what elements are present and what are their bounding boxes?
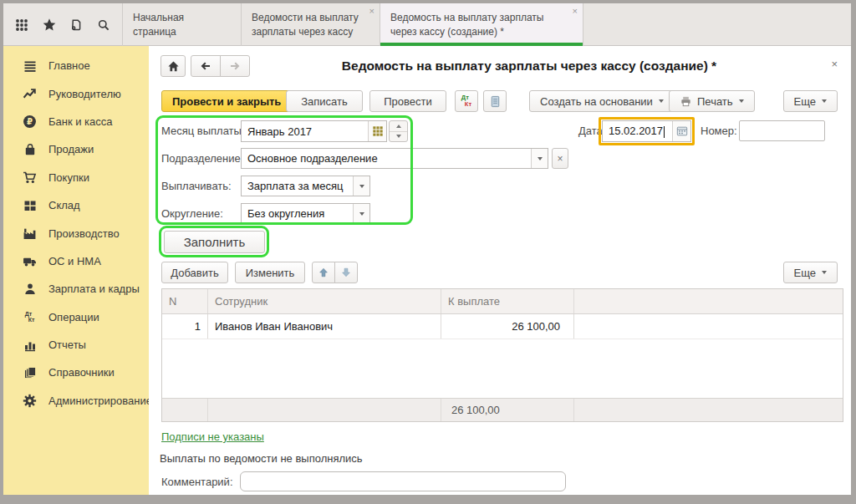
forward-arrow-icon: [228, 59, 242, 73]
number-input[interactable]: [739, 120, 825, 141]
cell-employee: Иванов Иван Иванович: [208, 314, 441, 339]
rounding-dropdown-button[interactable]: [353, 204, 369, 223]
document-form: Ведомость на выплату зарплаты через касс…: [149, 46, 851, 495]
sidebar-item-directories[interactable]: Справочники: [3, 359, 149, 386]
tab-close-icon[interactable]: ×: [369, 7, 374, 16]
stepper-down-icon[interactable]: [390, 132, 407, 142]
books-icon: [23, 365, 37, 379]
calendar-icon: [676, 125, 688, 137]
add-row-button[interactable]: Добавить: [161, 262, 228, 283]
department-clear-button[interactable]: ×: [552, 148, 568, 169]
chevron-down-icon: [659, 99, 664, 103]
text-cursor: [664, 126, 665, 138]
employees-table: N Сотрудник К выплате 1 Иванов Иван Иван…: [161, 288, 843, 422]
forward-button[interactable]: [220, 55, 250, 77]
table-header-row: N Сотрудник К выплате: [162, 289, 843, 314]
table-total-row: 26 100,00: [162, 398, 843, 421]
edit-row-button[interactable]: Изменить: [235, 262, 305, 283]
sidebar-item-operations[interactable]: ДтКт Операции: [3, 303, 149, 331]
col-header-amount[interactable]: К выплате: [441, 289, 574, 313]
month-field[interactable]: Январь 2017: [241, 120, 387, 142]
chevron-down-icon: [822, 271, 827, 274]
tab-close-icon[interactable]: ×: [573, 7, 578, 16]
sidebar-item-production[interactable]: Производство: [3, 219, 149, 247]
save-button[interactable]: Записать: [286, 90, 363, 112]
form-close-icon[interactable]: ×: [831, 58, 838, 70]
post-button[interactable]: Провести: [369, 90, 446, 112]
sidebar-item-main[interactable]: Главное: [3, 52, 149, 79]
list-more-button[interactable]: Еще: [783, 262, 838, 283]
favorites-star-icon[interactable]: [41, 17, 58, 33]
comment-label: Комментарий:: [161, 476, 233, 488]
date-picker-button[interactable]: [672, 121, 690, 141]
printer-icon: [680, 95, 692, 108]
sidebar-item-administration[interactable]: Администрирование: [3, 387, 149, 415]
home-icon: [167, 60, 180, 73]
stepper-up-icon[interactable]: [390, 121, 407, 132]
back-button[interactable]: [191, 55, 221, 77]
rounding-field[interactable]: Без округления: [241, 203, 370, 224]
create-based-on-button[interactable]: Создать на основании: [529, 90, 675, 112]
document-icon: [489, 95, 502, 108]
chevron-down-icon: [359, 185, 364, 188]
history-icon[interactable]: [68, 17, 84, 33]
sidebar-item-salary-hr[interactable]: Зарплата и кадры: [3, 275, 149, 303]
chart-icon: [23, 338, 37, 352]
sidebar-item-purchases[interactable]: Покупки: [3, 164, 149, 191]
signatures-link[interactable]: Подписи не указаны: [161, 430, 264, 443]
tab-statements-list[interactable]: Ведомости на выплату зарплаты через касс…: [241, 3, 380, 46]
date-field[interactable]: 15.02.2017: [602, 120, 691, 142]
menu-icon: [23, 59, 37, 73]
table-row[interactable]: 1 Иванов Иван Иванович 26 100,00: [162, 314, 843, 339]
pay-field[interactable]: Зарплата за месяц: [241, 176, 370, 196]
tab-home[interactable]: Начальная страница: [122, 3, 241, 46]
sidebar-item-reports[interactable]: Отчеты: [3, 331, 149, 359]
ruble-icon: ₽: [23, 115, 37, 129]
person-icon: [23, 282, 37, 296]
month-picker-button[interactable]: [368, 121, 386, 141]
cell-row-number: 1: [162, 314, 208, 339]
trend-icon: [23, 87, 37, 101]
bag-icon: [23, 142, 37, 156]
search-icon[interactable]: [95, 17, 112, 33]
truck-icon: [23, 254, 37, 268]
tab-statement-new[interactable]: Ведомость на выплату зарплаты через касс…: [380, 3, 583, 46]
move-down-button[interactable]: [334, 262, 358, 283]
number-label: Номер:: [701, 125, 737, 137]
tab-strip: Начальная страница Ведомости на выплату …: [122, 3, 583, 46]
payment-status-text: Выплаты по ведомости не выполнялись: [160, 452, 363, 465]
post-and-close-button[interactable]: Провести и закрыть: [161, 90, 292, 112]
fill-button[interactable]: Заполнить: [164, 231, 265, 253]
col-header-employee[interactable]: Сотрудник: [208, 289, 441, 313]
svg-text:₽: ₽: [27, 117, 33, 126]
comment-input[interactable]: [240, 471, 566, 491]
month-label: Месяц выплаты:: [161, 125, 245, 137]
factory-icon: [23, 227, 37, 241]
department-dropdown-button[interactable]: [531, 149, 548, 168]
document-report-button[interactable]: [483, 90, 507, 112]
col-header-n[interactable]: N: [162, 289, 208, 313]
sidebar-item-fixed-assets[interactable]: ОС и НМА: [3, 247, 149, 275]
col-header-empty: [574, 289, 843, 313]
home-button[interactable]: [160, 55, 186, 77]
sidebar-item-manager[interactable]: Руководителю: [3, 79, 149, 107]
month-stepper[interactable]: [389, 120, 408, 142]
apps-grid-icon[interactable]: [13, 17, 30, 33]
sidebar-item-bank-cash[interactable]: ₽ Банк и касса: [3, 108, 149, 135]
move-up-button[interactable]: [312, 262, 335, 283]
screenshot-frame: Начальная страница Ведомости на выплату …: [0, 0, 856, 504]
app-window: Начальная страница Ведомости на выплату …: [3, 3, 851, 495]
chevron-down-icon: [538, 157, 543, 160]
chevron-down-icon: [359, 212, 364, 216]
dtkt-postings-button[interactable]: ДтКт: [455, 90, 478, 112]
page-title: Ведомость на выплату зарплаты через касс…: [257, 59, 801, 74]
gear-icon: [23, 394, 37, 408]
total-amount: 26 100,00: [441, 399, 574, 421]
sidebar-item-sales[interactable]: Продажи: [3, 135, 149, 163]
print-button[interactable]: Печать: [669, 90, 755, 112]
pay-dropdown-button[interactable]: [353, 176, 369, 196]
arrow-up-icon: [318, 267, 329, 278]
more-button[interactable]: Еще: [783, 90, 838, 112]
department-field[interactable]: Основное подразделение: [241, 148, 548, 169]
sidebar-item-warehouse[interactable]: Склад: [3, 191, 149, 219]
